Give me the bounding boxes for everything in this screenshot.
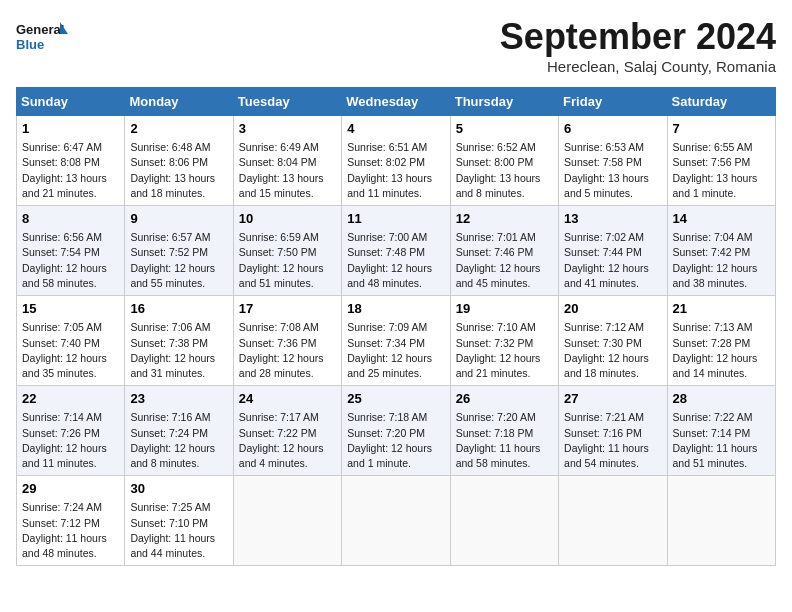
calendar-cell: 29Sunrise: 7:24 AM Sunset: 7:12 PM Dayli… xyxy=(17,476,125,566)
calendar-cell xyxy=(342,476,450,566)
day-info: Sunrise: 6:47 AM Sunset: 8:08 PM Dayligh… xyxy=(22,140,119,201)
day-number: 7 xyxy=(673,120,770,138)
day-number: 8 xyxy=(22,210,119,228)
calendar-cell: 20Sunrise: 7:12 AM Sunset: 7:30 PM Dayli… xyxy=(559,296,667,386)
calendar-cell: 19Sunrise: 7:10 AM Sunset: 7:32 PM Dayli… xyxy=(450,296,558,386)
col-header-thursday: Thursday xyxy=(450,88,558,116)
calendar-cell: 2Sunrise: 6:48 AM Sunset: 8:06 PM Daylig… xyxy=(125,116,233,206)
day-number: 19 xyxy=(456,300,553,318)
calendar-cell: 11Sunrise: 7:00 AM Sunset: 7:48 PM Dayli… xyxy=(342,206,450,296)
calendar-cell: 9Sunrise: 6:57 AM Sunset: 7:52 PM Daylig… xyxy=(125,206,233,296)
day-info: Sunrise: 6:59 AM Sunset: 7:50 PM Dayligh… xyxy=(239,230,336,291)
calendar-cell: 28Sunrise: 7:22 AM Sunset: 7:14 PM Dayli… xyxy=(667,386,775,476)
day-number: 4 xyxy=(347,120,444,138)
day-number: 12 xyxy=(456,210,553,228)
svg-text:Blue: Blue xyxy=(16,37,44,52)
calendar-cell: 8Sunrise: 6:56 AM Sunset: 7:54 PM Daylig… xyxy=(17,206,125,296)
day-number: 25 xyxy=(347,390,444,408)
day-number: 9 xyxy=(130,210,227,228)
calendar-cell xyxy=(559,476,667,566)
col-header-monday: Monday xyxy=(125,88,233,116)
day-info: Sunrise: 7:20 AM Sunset: 7:18 PM Dayligh… xyxy=(456,410,553,471)
col-header-tuesday: Tuesday xyxy=(233,88,341,116)
day-number: 23 xyxy=(130,390,227,408)
day-number: 24 xyxy=(239,390,336,408)
week-row-2: 8Sunrise: 6:56 AM Sunset: 7:54 PM Daylig… xyxy=(17,206,776,296)
day-number: 10 xyxy=(239,210,336,228)
title-area: September 2024 Hereclean, Salaj County, … xyxy=(500,16,776,75)
calendar-cell: 7Sunrise: 6:55 AM Sunset: 7:56 PM Daylig… xyxy=(667,116,775,206)
calendar-cell: 4Sunrise: 6:51 AM Sunset: 8:02 PM Daylig… xyxy=(342,116,450,206)
calendar-cell: 5Sunrise: 6:52 AM Sunset: 8:00 PM Daylig… xyxy=(450,116,558,206)
day-info: Sunrise: 7:22 AM Sunset: 7:14 PM Dayligh… xyxy=(673,410,770,471)
calendar-cell: 30Sunrise: 7:25 AM Sunset: 7:10 PM Dayli… xyxy=(125,476,233,566)
calendar-cell: 15Sunrise: 7:05 AM Sunset: 7:40 PM Dayli… xyxy=(17,296,125,386)
day-number: 18 xyxy=(347,300,444,318)
day-info: Sunrise: 6:49 AM Sunset: 8:04 PM Dayligh… xyxy=(239,140,336,201)
calendar-cell xyxy=(233,476,341,566)
calendar-cell: 14Sunrise: 7:04 AM Sunset: 7:42 PM Dayli… xyxy=(667,206,775,296)
day-number: 28 xyxy=(673,390,770,408)
day-info: Sunrise: 6:53 AM Sunset: 7:58 PM Dayligh… xyxy=(564,140,661,201)
day-info: Sunrise: 7:00 AM Sunset: 7:48 PM Dayligh… xyxy=(347,230,444,291)
day-number: 30 xyxy=(130,480,227,498)
day-number: 22 xyxy=(22,390,119,408)
col-header-wednesday: Wednesday xyxy=(342,88,450,116)
week-row-3: 15Sunrise: 7:05 AM Sunset: 7:40 PM Dayli… xyxy=(17,296,776,386)
day-info: Sunrise: 6:52 AM Sunset: 8:00 PM Dayligh… xyxy=(456,140,553,201)
calendar-cell: 22Sunrise: 7:14 AM Sunset: 7:26 PM Dayli… xyxy=(17,386,125,476)
calendar-cell xyxy=(667,476,775,566)
day-info: Sunrise: 7:14 AM Sunset: 7:26 PM Dayligh… xyxy=(22,410,119,471)
day-info: Sunrise: 7:12 AM Sunset: 7:30 PM Dayligh… xyxy=(564,320,661,381)
week-row-4: 22Sunrise: 7:14 AM Sunset: 7:26 PM Dayli… xyxy=(17,386,776,476)
day-number: 5 xyxy=(456,120,553,138)
day-number: 26 xyxy=(456,390,553,408)
day-number: 3 xyxy=(239,120,336,138)
calendar-cell xyxy=(450,476,558,566)
col-header-friday: Friday xyxy=(559,88,667,116)
day-info: Sunrise: 6:57 AM Sunset: 7:52 PM Dayligh… xyxy=(130,230,227,291)
week-row-1: 1Sunrise: 6:47 AM Sunset: 8:08 PM Daylig… xyxy=(17,116,776,206)
day-number: 2 xyxy=(130,120,227,138)
calendar-cell: 21Sunrise: 7:13 AM Sunset: 7:28 PM Dayli… xyxy=(667,296,775,386)
calendar-cell: 10Sunrise: 6:59 AM Sunset: 7:50 PM Dayli… xyxy=(233,206,341,296)
calendar-cell: 23Sunrise: 7:16 AM Sunset: 7:24 PM Dayli… xyxy=(125,386,233,476)
main-title: September 2024 xyxy=(500,16,776,58)
col-header-saturday: Saturday xyxy=(667,88,775,116)
day-info: Sunrise: 7:10 AM Sunset: 7:32 PM Dayligh… xyxy=(456,320,553,381)
calendar-cell: 26Sunrise: 7:20 AM Sunset: 7:18 PM Dayli… xyxy=(450,386,558,476)
day-info: Sunrise: 7:04 AM Sunset: 7:42 PM Dayligh… xyxy=(673,230,770,291)
calendar-cell: 25Sunrise: 7:18 AM Sunset: 7:20 PM Dayli… xyxy=(342,386,450,476)
day-info: Sunrise: 7:25 AM Sunset: 7:10 PM Dayligh… xyxy=(130,500,227,561)
day-number: 20 xyxy=(564,300,661,318)
day-info: Sunrise: 6:56 AM Sunset: 7:54 PM Dayligh… xyxy=(22,230,119,291)
day-info: Sunrise: 7:02 AM Sunset: 7:44 PM Dayligh… xyxy=(564,230,661,291)
calendar-cell: 17Sunrise: 7:08 AM Sunset: 7:36 PM Dayli… xyxy=(233,296,341,386)
day-number: 29 xyxy=(22,480,119,498)
day-number: 14 xyxy=(673,210,770,228)
day-number: 11 xyxy=(347,210,444,228)
day-info: Sunrise: 7:24 AM Sunset: 7:12 PM Dayligh… xyxy=(22,500,119,561)
day-number: 6 xyxy=(564,120,661,138)
week-row-5: 29Sunrise: 7:24 AM Sunset: 7:12 PM Dayli… xyxy=(17,476,776,566)
col-header-sunday: Sunday xyxy=(17,88,125,116)
header-row: SundayMondayTuesdayWednesdayThursdayFrid… xyxy=(17,88,776,116)
day-info: Sunrise: 7:05 AM Sunset: 7:40 PM Dayligh… xyxy=(22,320,119,381)
subtitle: Hereclean, Salaj County, Romania xyxy=(500,58,776,75)
calendar-cell: 13Sunrise: 7:02 AM Sunset: 7:44 PM Dayli… xyxy=(559,206,667,296)
day-info: Sunrise: 7:18 AM Sunset: 7:20 PM Dayligh… xyxy=(347,410,444,471)
calendar-cell: 3Sunrise: 6:49 AM Sunset: 8:04 PM Daylig… xyxy=(233,116,341,206)
calendar-cell: 24Sunrise: 7:17 AM Sunset: 7:22 PM Dayli… xyxy=(233,386,341,476)
header: General Blue September 2024 Hereclean, S… xyxy=(16,16,776,75)
day-info: Sunrise: 7:06 AM Sunset: 7:38 PM Dayligh… xyxy=(130,320,227,381)
day-number: 21 xyxy=(673,300,770,318)
calendar-cell: 12Sunrise: 7:01 AM Sunset: 7:46 PM Dayli… xyxy=(450,206,558,296)
calendar-cell: 6Sunrise: 6:53 AM Sunset: 7:58 PM Daylig… xyxy=(559,116,667,206)
day-number: 15 xyxy=(22,300,119,318)
day-number: 13 xyxy=(564,210,661,228)
day-info: Sunrise: 7:17 AM Sunset: 7:22 PM Dayligh… xyxy=(239,410,336,471)
day-info: Sunrise: 7:16 AM Sunset: 7:24 PM Dayligh… xyxy=(130,410,227,471)
calendar-cell: 18Sunrise: 7:09 AM Sunset: 7:34 PM Dayli… xyxy=(342,296,450,386)
day-info: Sunrise: 6:48 AM Sunset: 8:06 PM Dayligh… xyxy=(130,140,227,201)
svg-text:General: General xyxy=(16,22,64,37)
